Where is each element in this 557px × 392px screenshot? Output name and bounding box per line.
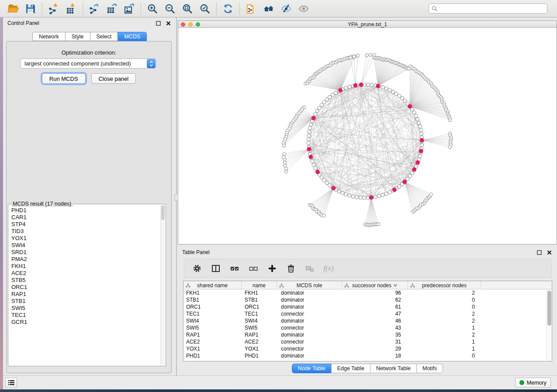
export-web-document-button[interactable] <box>242 1 260 16</box>
result-node-item[interactable]: ORC1 <box>11 284 160 291</box>
float-window-icon[interactable] <box>155 20 162 27</box>
result-node-item[interactable]: TEC1 <box>11 312 160 319</box>
result-node-item[interactable]: SWI5 <box>11 305 160 312</box>
split-pane-handle[interactable] <box>174 194 178 201</box>
criterion-value: largest connected component (undirected) <box>21 60 147 67</box>
show-graphics-details-button[interactable] <box>295 1 312 16</box>
table-row[interactable]: ACE2ACE2connector311 <box>183 338 546 345</box>
tab-network-table[interactable]: Network Table <box>370 364 416 373</box>
zoom-in-button[interactable] <box>144 1 161 16</box>
table-scrollbar-thumb[interactable] <box>547 291 551 326</box>
result-node-item[interactable]: CAR1 <box>11 214 160 221</box>
network-window-titlebar[interactable]: YPA_prune.txt_1 <box>178 21 557 28</box>
table-cell: SWI4 <box>242 317 277 324</box>
tab-motifs[interactable]: Motifs <box>416 364 443 373</box>
tab-edge-table[interactable]: Edge Table <box>331 364 370 373</box>
result-node-item[interactable]: ACE2 <box>11 270 160 277</box>
hide-graphics-details-button[interactable] <box>277 1 295 16</box>
result-node-item[interactable]: YOX1 <box>11 235 160 242</box>
table-row[interactable]: STB1STB1dominator620 <box>183 296 546 303</box>
export-image-button[interactable] <box>121 1 138 16</box>
search-field[interactable] <box>429 3 547 14</box>
result-node-item[interactable]: RAP1 <box>11 291 160 298</box>
result-node-item[interactable]: SRD1 <box>11 249 160 256</box>
memory-button[interactable]: Memory <box>515 378 551 388</box>
result-node-item[interactable]: TID3 <box>11 228 160 235</box>
table-cell: dominator <box>277 331 342 338</box>
network-canvas[interactable] <box>178 28 557 244</box>
maximize-window-icon[interactable] <box>196 22 200 27</box>
home-networks-button[interactable] <box>260 1 277 16</box>
column-header-successor-nodes[interactable]: successor nodes <box>342 281 408 289</box>
result-node-item[interactable]: GCR1 <box>11 319 160 326</box>
table-cell: FKH1 <box>242 289 277 296</box>
export-network-icon <box>89 3 100 14</box>
search-input[interactable] <box>439 6 544 12</box>
minimize-window-icon[interactable] <box>188 22 193 27</box>
import-network-button[interactable] <box>45 1 62 16</box>
column-header-predecessor-nodes[interactable]: predecessor nodes <box>408 281 481 289</box>
table-row[interactable]: PHD1PHD1dominator180 <box>183 352 546 359</box>
result-node-item[interactable]: STB1 <box>11 298 160 305</box>
zoom-out-icon <box>164 3 176 14</box>
task-history-button[interactable] <box>5 378 17 388</box>
result-node-item[interactable]: STB5 <box>11 277 160 284</box>
close-panel-icon[interactable] <box>546 249 553 256</box>
mcds-result-box: MCDS result (17 nodes) PHD1CAR1STP4TID3Y… <box>8 204 166 366</box>
tab-select[interactable]: Select <box>90 32 118 41</box>
table-row[interactable]: SWI5SWI5connector431 <box>183 324 546 331</box>
deselect-all-button[interactable] <box>248 263 259 274</box>
column-header-name[interactable]: name <box>242 281 277 289</box>
column-header-MCDS-role[interactable]: MCDS role <box>277 281 342 289</box>
criterion-dropdown[interactable]: largest connected component (undirected) <box>20 58 156 69</box>
tab-style[interactable]: Style <box>65 32 90 41</box>
import-table-button[interactable] <box>62 1 80 16</box>
tab-node-table[interactable]: Node Table <box>292 364 331 373</box>
table-row[interactable]: YOX1YOX1connector291 <box>183 345 546 352</box>
result-node-item[interactable]: FKH1 <box>11 263 160 270</box>
table-row[interactable]: TEC1TEC1connector472 <box>183 310 546 317</box>
float-window-icon[interactable] <box>536 249 543 256</box>
open-session-button[interactable] <box>4 1 22 16</box>
close-panel-button[interactable]: Close panel <box>91 73 136 84</box>
table-row[interactable]: SWI4SWI4dominator462 <box>183 317 546 324</box>
zoom-fit-button[interactable] <box>179 1 196 16</box>
table-cell: 0 <box>408 352 481 359</box>
memory-status-icon <box>519 380 524 385</box>
table-scrollbar[interactable] <box>546 290 551 361</box>
column-header-shared-name[interactable]: shared name <box>183 281 242 289</box>
column-settings-button[interactable] <box>191 263 203 274</box>
table-row[interactable]: RAP1RAP1dominator352 <box>183 331 546 338</box>
table-row[interactable]: ORC1ORC1dominator610 <box>183 303 546 310</box>
run-mcds-button[interactable]: Run MCDS <box>42 73 86 84</box>
delete-table-button[interactable] <box>304 263 315 274</box>
close-panel-icon[interactable] <box>165 20 172 27</box>
tab-network[interactable]: Network <box>32 32 65 41</box>
result-scrollbar[interactable] <box>160 205 165 365</box>
zoom-out-button[interactable] <box>161 1 179 16</box>
table-cell: 29 <box>342 345 408 352</box>
table-row[interactable]: FKH1FKH1dominator962 <box>183 289 546 296</box>
close-window-icon[interactable] <box>181 22 185 27</box>
add-column-button[interactable] <box>266 263 278 274</box>
delete-column-button[interactable] <box>285 263 297 274</box>
export-network-button[interactable] <box>86 1 103 16</box>
save-session-button[interactable] <box>22 1 39 16</box>
result-node-item[interactable]: PMA2 <box>11 256 160 263</box>
table-cell: connector <box>277 310 342 317</box>
show-columns-button[interactable] <box>210 263 221 274</box>
zoom-selected-button[interactable] <box>196 1 214 16</box>
table-cell: connector <box>277 324 342 331</box>
result-node-item[interactable]: STP4 <box>11 221 160 228</box>
export-table-button[interactable] <box>103 1 121 16</box>
column-type-icon <box>410 283 415 288</box>
tab-mcds[interactable]: MCDS <box>118 32 147 41</box>
refresh-button[interactable] <box>219 1 237 16</box>
function-builder-button[interactable]: f(x) <box>323 263 334 274</box>
zoom-selected-icon <box>199 3 211 14</box>
result-scrollbar-thumb[interactable] <box>161 205 165 220</box>
result-node-item[interactable]: SWI4 <box>11 242 160 249</box>
result-node-item[interactable]: PHD1 <box>11 207 160 214</box>
table-cell: ACE2 <box>242 338 277 345</box>
select-all-button[interactable] <box>229 263 240 274</box>
